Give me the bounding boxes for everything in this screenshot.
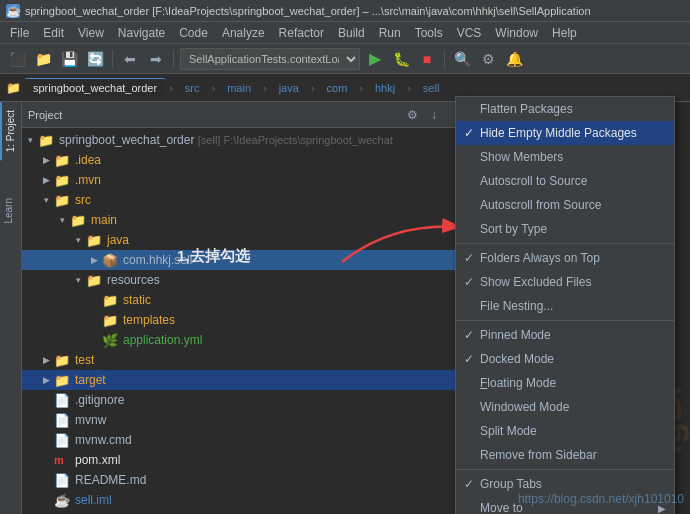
- left-tab-learn[interactable]: Learn: [0, 190, 21, 232]
- menu-code[interactable]: Code: [173, 24, 214, 42]
- tree-item-resources[interactable]: ▾ 📁 resources: [22, 270, 471, 290]
- menu-bar: File Edit View Navigate Code Analyze Ref…: [0, 22, 690, 44]
- label-iml: sell.iml: [75, 493, 112, 507]
- tree-item-java-folder[interactable]: ▾ 📁 java: [22, 230, 471, 250]
- ctx-group-tabs[interactable]: ✓ Group Tabs: [456, 472, 674, 496]
- tree-item-static[interactable]: ▶ 📁 static: [22, 290, 471, 310]
- menu-vcs[interactable]: VCS: [451, 24, 488, 42]
- tab-sell[interactable]: sell: [415, 79, 448, 97]
- ctx-flatten-packages[interactable]: Flatten Packages: [456, 97, 674, 121]
- toolbar-btn-1[interactable]: ⬛: [6, 48, 28, 70]
- label-templates: templates: [123, 313, 175, 327]
- menu-analyze[interactable]: Analyze: [216, 24, 271, 42]
- tree-item-yml[interactable]: ▶ 🌿 application.yml: [22, 330, 471, 350]
- ctx-show-members[interactable]: Show Members: [456, 145, 674, 169]
- tree-item-iml[interactable]: ▶ ☕ sell.iml: [22, 490, 471, 510]
- ctx-pinned[interactable]: ✓ Pinned Mode: [456, 323, 674, 347]
- ctx-file-nesting[interactable]: File Nesting...: [456, 294, 674, 318]
- label-docked: Docked Mode: [480, 352, 666, 366]
- tree-item-target[interactable]: ▶ 📁 target: [22, 370, 471, 390]
- ctx-sort-type[interactable]: Sort by Type: [456, 217, 674, 241]
- ctx-docked[interactable]: ✓ Docked Mode: [456, 347, 674, 371]
- stop-button[interactable]: ■: [416, 48, 438, 70]
- menu-run[interactable]: Run: [373, 24, 407, 42]
- menu-view[interactable]: View: [72, 24, 110, 42]
- menu-file[interactable]: File: [4, 24, 35, 42]
- tab-com[interactable]: com: [319, 79, 356, 97]
- tree-item-gitignore[interactable]: ▶ 📄 .gitignore: [22, 390, 471, 410]
- ctx-autoscroll-from[interactable]: Autoscroll from Source: [456, 193, 674, 217]
- ctx-remove-sidebar[interactable]: Remove from Sidebar: [456, 443, 674, 467]
- menu-refactor[interactable]: Refactor: [273, 24, 330, 42]
- toolbar-btn-3[interactable]: 💾: [58, 48, 80, 70]
- arrow-target: ▶: [38, 375, 54, 385]
- menu-tools[interactable]: Tools: [409, 24, 449, 42]
- ctx-sep-1: [456, 243, 674, 244]
- tree-item-idea[interactable]: ▶ 📁 .idea: [22, 150, 471, 170]
- tree-item-src[interactable]: ▾ 📁 src: [22, 190, 471, 210]
- tree-item-readme[interactable]: ▶ 📄 README.md: [22, 470, 471, 490]
- separator-3: [444, 50, 445, 68]
- toolbar-btn-2[interactable]: 📁: [32, 48, 54, 70]
- menu-build[interactable]: Build: [332, 24, 371, 42]
- project-header: Project ⚙ ↓ ⋮: [22, 102, 471, 128]
- run-button[interactable]: ▶: [364, 48, 386, 70]
- toolbar-btn-5[interactable]: ⬅: [119, 48, 141, 70]
- tab-java[interactable]: java: [271, 79, 307, 97]
- label-mvn: .mvn: [75, 173, 101, 187]
- ctx-folders-top[interactable]: ✓ Folders Always on Top: [456, 246, 674, 270]
- ctx-sep-2: [456, 320, 674, 321]
- icon-mvnw-cmd: 📄: [54, 433, 72, 448]
- toolbar-btn-4[interactable]: 🔄: [84, 48, 106, 70]
- tree-item-main[interactable]: ▾ 📁 main: [22, 210, 471, 230]
- arrow-package: ▶: [86, 255, 102, 265]
- left-tab-project[interactable]: 1: Project: [0, 102, 21, 160]
- sep-1: ›: [169, 82, 173, 94]
- tab-hhkj[interactable]: hhkj: [367, 79, 403, 97]
- label-pinned: Pinned Mode: [480, 328, 666, 342]
- header-icon-scroll[interactable]: ↓: [425, 106, 443, 124]
- label-idea: .idea: [75, 153, 101, 167]
- icon-resources: 📁: [86, 273, 104, 288]
- ctx-floating[interactable]: Floating Mode: [456, 371, 674, 395]
- tree-item-mvnw-cmd[interactable]: ▶ 📄 mvnw.cmd: [22, 430, 471, 450]
- header-icon-gear[interactable]: ⚙: [403, 106, 421, 124]
- check-hide-empty: ✓: [464, 126, 480, 140]
- debug-button[interactable]: 🐛: [390, 48, 412, 70]
- run-config-combo[interactable]: SellApplicationTests.contextLoads: [180, 48, 360, 70]
- tree-item-test[interactable]: ▶ 📁 test: [22, 350, 471, 370]
- menu-window[interactable]: Window: [489, 24, 544, 42]
- sep-2: ›: [211, 82, 215, 94]
- ctx-hide-empty[interactable]: ✓ Hide Empty Middle Packages: [456, 121, 674, 145]
- tab-project[interactable]: springboot_wechat_order: [25, 78, 165, 97]
- ctx-windowed[interactable]: Windowed Mode: [456, 395, 674, 419]
- toolbar-btn-9[interactable]: 🔔: [503, 48, 525, 70]
- icon-idea: 📁: [54, 153, 72, 168]
- menu-navigate[interactable]: Navigate: [112, 24, 171, 42]
- menu-help[interactable]: Help: [546, 24, 583, 42]
- toolbar-btn-6[interactable]: ➡: [145, 48, 167, 70]
- sep-3: ›: [263, 82, 267, 94]
- toolbar-btn-8[interactable]: ⚙: [477, 48, 499, 70]
- menu-edit[interactable]: Edit: [37, 24, 70, 42]
- toolbar-btn-7[interactable]: 🔍: [451, 48, 473, 70]
- sep-6: ›: [407, 82, 411, 94]
- tab-src[interactable]: src: [177, 79, 208, 97]
- tree-item-templates[interactable]: ▶ 📁 templates: [22, 310, 471, 330]
- tree-item-mvnw[interactable]: ▶ 📄 mvnw: [22, 410, 471, 430]
- label-src: src: [75, 193, 91, 207]
- ctx-show-excluded[interactable]: ✓ Show Excluded Files: [456, 270, 674, 294]
- check-excluded: ✓: [464, 275, 480, 289]
- label-gitignore: .gitignore: [75, 393, 124, 407]
- tree-item-root[interactable]: ▾ 📁 springboot_wechat_order [sell] F:\Id…: [22, 130, 471, 150]
- tree-item-mvn[interactable]: ▶ 📁 .mvn: [22, 170, 471, 190]
- ctx-move-to[interactable]: Move to ▶: [456, 496, 674, 514]
- tree-item-package[interactable]: ▶ 📦 com.hhkj.sell: [22, 250, 471, 270]
- ctx-autoscroll-to[interactable]: Autoscroll to Source: [456, 169, 674, 193]
- tab-main[interactable]: main: [219, 79, 259, 97]
- check-pinned: ✓: [464, 328, 480, 342]
- ctx-split[interactable]: Split Mode: [456, 419, 674, 443]
- label-excluded: Show Excluded Files: [480, 275, 666, 289]
- tree-item-pom[interactable]: ▶ m pom.xml: [22, 450, 471, 470]
- icon-yml: 🌿: [102, 333, 120, 348]
